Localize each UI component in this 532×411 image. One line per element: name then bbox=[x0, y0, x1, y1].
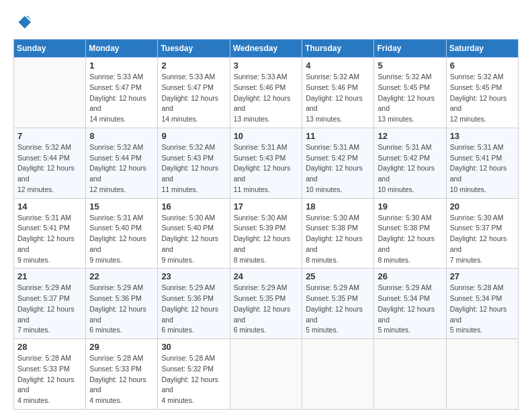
calendar-table: SundayMondayTuesdayWednesdayThursdayFrid… bbox=[13, 39, 519, 410]
day-info: Sunrise: 5:31 AMSunset: 5:40 PMDaylight:… bbox=[89, 213, 154, 266]
day-number: 13 bbox=[450, 131, 515, 141]
day-number: 11 bbox=[306, 131, 370, 141]
calendar-cell: 28Sunrise: 5:28 AMSunset: 5:33 PMDayligh… bbox=[14, 339, 86, 410]
day-info: Sunrise: 5:30 AMSunset: 5:39 PMDaylight:… bbox=[234, 213, 299, 266]
day-info: Sunrise: 5:28 AMSunset: 5:32 PMDaylight:… bbox=[161, 353, 226, 406]
column-header-tuesday: Tuesday bbox=[158, 40, 230, 58]
day-info: Sunrise: 5:31 AMSunset: 5:41 PMDaylight:… bbox=[17, 213, 82, 266]
day-info: Sunrise: 5:31 AMSunset: 5:42 PMDaylight:… bbox=[378, 142, 442, 195]
day-number: 29 bbox=[89, 342, 154, 352]
calendar-body: 1Sunrise: 5:33 AMSunset: 5:47 PMDaylight… bbox=[14, 58, 519, 410]
day-info: Sunrise: 5:29 AMSunset: 5:37 PMDaylight:… bbox=[17, 283, 82, 336]
calendar-cell: 10Sunrise: 5:31 AMSunset: 5:43 PMDayligh… bbox=[230, 128, 302, 198]
calendar-cell: 20Sunrise: 5:30 AMSunset: 5:37 PMDayligh… bbox=[446, 198, 518, 269]
week-row-3: 14Sunrise: 5:31 AMSunset: 5:41 PMDayligh… bbox=[14, 198, 519, 269]
day-number: 1 bbox=[89, 60, 154, 71]
day-info: Sunrise: 5:32 AMSunset: 5:45 PMDaylight:… bbox=[378, 72, 442, 125]
day-info: Sunrise: 5:33 AMSunset: 5:47 PMDaylight:… bbox=[161, 72, 226, 125]
day-number: 9 bbox=[161, 131, 226, 141]
week-row-4: 21Sunrise: 5:29 AMSunset: 5:37 PMDayligh… bbox=[14, 269, 519, 339]
column-header-friday: Friday bbox=[374, 40, 446, 58]
calendar-cell: 30Sunrise: 5:28 AMSunset: 5:32 PMDayligh… bbox=[158, 339, 230, 410]
calendar-cell: 18Sunrise: 5:30 AMSunset: 5:38 PMDayligh… bbox=[302, 198, 374, 269]
day-info: Sunrise: 5:32 AMSunset: 5:46 PMDaylight:… bbox=[306, 72, 370, 125]
week-row-1: 1Sunrise: 5:33 AMSunset: 5:47 PMDaylight… bbox=[14, 58, 519, 128]
day-number: 25 bbox=[306, 271, 370, 281]
calendar-cell: 13Sunrise: 5:31 AMSunset: 5:41 PMDayligh… bbox=[446, 128, 518, 198]
calendar-cell bbox=[230, 339, 302, 410]
calendar-cell: 7Sunrise: 5:32 AMSunset: 5:44 PMDaylight… bbox=[14, 128, 86, 198]
day-info: Sunrise: 5:30 AMSunset: 5:38 PMDaylight:… bbox=[378, 213, 442, 266]
calendar-cell bbox=[14, 58, 86, 128]
day-info: Sunrise: 5:30 AMSunset: 5:38 PMDaylight:… bbox=[306, 213, 370, 266]
day-number: 6 bbox=[450, 60, 515, 71]
day-number: 8 bbox=[89, 131, 154, 141]
calendar-cell: 8Sunrise: 5:32 AMSunset: 5:44 PMDaylight… bbox=[86, 128, 158, 198]
day-number: 5 bbox=[378, 60, 442, 71]
day-number: 20 bbox=[450, 201, 515, 212]
calendar-cell: 3Sunrise: 5:33 AMSunset: 5:46 PMDaylight… bbox=[230, 58, 302, 128]
day-info: Sunrise: 5:30 AMSunset: 5:37 PMDaylight:… bbox=[450, 213, 515, 266]
day-info: Sunrise: 5:31 AMSunset: 5:43 PMDaylight:… bbox=[234, 142, 299, 195]
calendar-cell: 26Sunrise: 5:29 AMSunset: 5:34 PMDayligh… bbox=[374, 269, 446, 339]
day-number: 23 bbox=[161, 271, 226, 281]
week-row-2: 7Sunrise: 5:32 AMSunset: 5:44 PMDaylight… bbox=[14, 128, 519, 198]
day-number: 15 bbox=[89, 201, 154, 212]
calendar-cell: 19Sunrise: 5:30 AMSunset: 5:38 PMDayligh… bbox=[374, 198, 446, 269]
column-header-thursday: Thursday bbox=[302, 40, 374, 58]
column-header-monday: Monday bbox=[86, 40, 158, 58]
day-info: Sunrise: 5:29 AMSunset: 5:34 PMDaylight:… bbox=[378, 283, 442, 336]
day-number: 24 bbox=[234, 271, 299, 281]
calendar-cell: 17Sunrise: 5:30 AMSunset: 5:39 PMDayligh… bbox=[230, 198, 302, 269]
day-info: Sunrise: 5:33 AMSunset: 5:47 PMDaylight:… bbox=[89, 72, 154, 125]
day-info: Sunrise: 5:32 AMSunset: 5:45 PMDaylight:… bbox=[450, 72, 515, 125]
calendar-cell: 14Sunrise: 5:31 AMSunset: 5:41 PMDayligh… bbox=[14, 198, 86, 269]
calendar-header: SundayMondayTuesdayWednesdayThursdayFrid… bbox=[14, 40, 519, 58]
column-header-sunday: Sunday bbox=[14, 40, 86, 58]
day-number: 21 bbox=[17, 271, 82, 281]
calendar-cell: 9Sunrise: 5:32 AMSunset: 5:43 PMDaylight… bbox=[158, 128, 230, 198]
logo-icon bbox=[13, 13, 32, 32]
calendar-cell: 22Sunrise: 5:29 AMSunset: 5:36 PMDayligh… bbox=[86, 269, 158, 339]
calendar-cell: 5Sunrise: 5:32 AMSunset: 5:45 PMDaylight… bbox=[374, 58, 446, 128]
day-number: 18 bbox=[306, 201, 370, 212]
day-number: 16 bbox=[161, 201, 226, 212]
calendar-cell: 29Sunrise: 5:28 AMSunset: 5:33 PMDayligh… bbox=[86, 339, 158, 410]
day-number: 10 bbox=[234, 131, 299, 141]
week-row-5: 28Sunrise: 5:28 AMSunset: 5:33 PMDayligh… bbox=[14, 339, 519, 410]
day-info: Sunrise: 5:29 AMSunset: 5:35 PMDaylight:… bbox=[306, 283, 370, 336]
day-number: 4 bbox=[306, 60, 370, 71]
calendar-cell bbox=[446, 339, 518, 410]
day-number: 22 bbox=[89, 271, 154, 281]
calendar-cell: 1Sunrise: 5:33 AMSunset: 5:47 PMDaylight… bbox=[86, 58, 158, 128]
day-info: Sunrise: 5:33 AMSunset: 5:46 PMDaylight:… bbox=[234, 72, 299, 125]
day-number: 28 bbox=[17, 342, 82, 352]
day-number: 7 bbox=[17, 131, 82, 141]
calendar-cell: 4Sunrise: 5:32 AMSunset: 5:46 PMDaylight… bbox=[302, 58, 374, 128]
day-info: Sunrise: 5:32 AMSunset: 5:43 PMDaylight:… bbox=[161, 142, 226, 195]
day-info: Sunrise: 5:28 AMSunset: 5:33 PMDaylight:… bbox=[17, 353, 82, 406]
calendar-cell: 16Sunrise: 5:30 AMSunset: 5:40 PMDayligh… bbox=[158, 198, 230, 269]
calendar-cell: 2Sunrise: 5:33 AMSunset: 5:47 PMDaylight… bbox=[158, 58, 230, 128]
calendar-cell: 21Sunrise: 5:29 AMSunset: 5:37 PMDayligh… bbox=[14, 269, 86, 339]
day-number: 14 bbox=[17, 201, 82, 212]
day-info: Sunrise: 5:29 AMSunset: 5:36 PMDaylight:… bbox=[161, 283, 226, 336]
day-info: Sunrise: 5:30 AMSunset: 5:40 PMDaylight:… bbox=[161, 213, 226, 266]
day-info: Sunrise: 5:31 AMSunset: 5:41 PMDaylight:… bbox=[450, 142, 515, 195]
day-number: 19 bbox=[378, 201, 442, 212]
calendar-cell: 15Sunrise: 5:31 AMSunset: 5:40 PMDayligh… bbox=[86, 198, 158, 269]
logo bbox=[13, 13, 34, 32]
day-info: Sunrise: 5:28 AMSunset: 5:34 PMDaylight:… bbox=[450, 283, 515, 336]
day-info: Sunrise: 5:28 AMSunset: 5:33 PMDaylight:… bbox=[89, 353, 154, 406]
day-info: Sunrise: 5:31 AMSunset: 5:42 PMDaylight:… bbox=[306, 142, 370, 195]
calendar-cell: 25Sunrise: 5:29 AMSunset: 5:35 PMDayligh… bbox=[302, 269, 374, 339]
day-number: 12 bbox=[378, 131, 442, 141]
calendar-cell: 24Sunrise: 5:29 AMSunset: 5:35 PMDayligh… bbox=[230, 269, 302, 339]
calendar-cell: 23Sunrise: 5:29 AMSunset: 5:36 PMDayligh… bbox=[158, 269, 230, 339]
day-number: 2 bbox=[161, 60, 226, 71]
calendar-cell: 11Sunrise: 5:31 AMSunset: 5:42 PMDayligh… bbox=[302, 128, 374, 198]
day-info: Sunrise: 5:29 AMSunset: 5:35 PMDaylight:… bbox=[234, 283, 299, 336]
column-header-wednesday: Wednesday bbox=[230, 40, 302, 58]
day-number: 26 bbox=[378, 271, 442, 281]
page-header bbox=[13, 13, 519, 32]
